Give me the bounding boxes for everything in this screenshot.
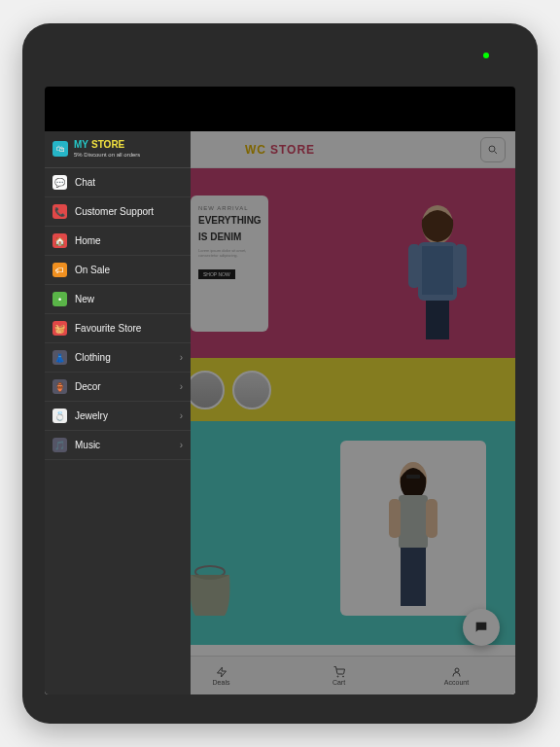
new-icon: • xyxy=(52,292,67,306)
chevron-right-icon: › xyxy=(180,352,183,363)
jewelry-icon: 💍 xyxy=(52,409,67,423)
drawer-header: 🛍 MY STORE 5% Discount on all orders xyxy=(45,131,191,168)
basket-icon: 🧺 xyxy=(52,321,67,336)
drawer-item-chat[interactable]: 💬Chat xyxy=(45,168,191,197)
store-logo-icon: 🛍 xyxy=(52,141,68,157)
drawer-title-store: STORE xyxy=(91,139,124,150)
drawer-item-label: Clothing xyxy=(75,352,172,363)
screen: WC STORE NEW ARRIVAL EVERYTHING IS DENIM… xyxy=(45,87,515,694)
drawer-item-decor[interactable]: 🏺Decor› xyxy=(45,373,191,402)
drawer-item-label: Favourite Store xyxy=(75,323,183,334)
drawer-item-label: Jewelry xyxy=(75,410,172,421)
tag-icon: 🏷 xyxy=(52,263,67,277)
drawer-item-label: Decor xyxy=(75,381,172,392)
drawer-item-on-sale[interactable]: 🏷On Sale xyxy=(45,256,191,285)
drawer-item-customer-support[interactable]: 📞Customer Support xyxy=(45,197,191,227)
camera-indicator xyxy=(483,53,489,58)
chat-icon: 💬 xyxy=(52,175,67,190)
drawer-item-label: On Sale xyxy=(75,265,183,275)
drawer-item-jewelry[interactable]: 💍Jewelry› xyxy=(45,402,191,431)
drawer-item-new[interactable]: •New xyxy=(45,285,191,314)
drawer-item-label: Customer Support xyxy=(75,206,183,217)
drawer-item-home[interactable]: 🏠Home xyxy=(45,227,191,256)
drawer-subtitle: 5% Discount on all orders xyxy=(74,152,140,158)
decor-icon: 🏺 xyxy=(52,379,67,394)
drawer-item-label: New xyxy=(75,294,183,304)
drawer-title-my: MY xyxy=(74,139,88,150)
drawer-overlay[interactable]: 🛍 MY STORE 5% Discount on all orders 💬Ch… xyxy=(45,131,515,694)
clothing-icon: 👗 xyxy=(52,350,67,365)
drawer-title: MY STORE xyxy=(74,139,140,150)
nav-drawer: 🛍 MY STORE 5% Discount on all orders 💬Ch… xyxy=(45,131,191,694)
drawer-item-label: Music xyxy=(75,440,172,450)
drawer-item-label: Home xyxy=(75,235,183,246)
home-icon: 🏠 xyxy=(52,233,67,248)
tablet-frame: WC STORE NEW ARRIVAL EVERYTHING IS DENIM… xyxy=(22,23,538,724)
chevron-right-icon: › xyxy=(180,381,183,392)
chevron-right-icon: › xyxy=(180,440,183,450)
drawer-item-music[interactable]: 🎵Music› xyxy=(45,431,191,460)
phone-icon: 📞 xyxy=(52,204,67,219)
drawer-item-favourite-store[interactable]: 🧺Favourite Store xyxy=(45,314,191,343)
drawer-item-clothing[interactable]: 👗Clothing› xyxy=(45,343,191,373)
chevron-right-icon: › xyxy=(180,410,183,421)
music-icon: 🎵 xyxy=(52,438,67,452)
drawer-item-label: Chat xyxy=(75,177,183,188)
